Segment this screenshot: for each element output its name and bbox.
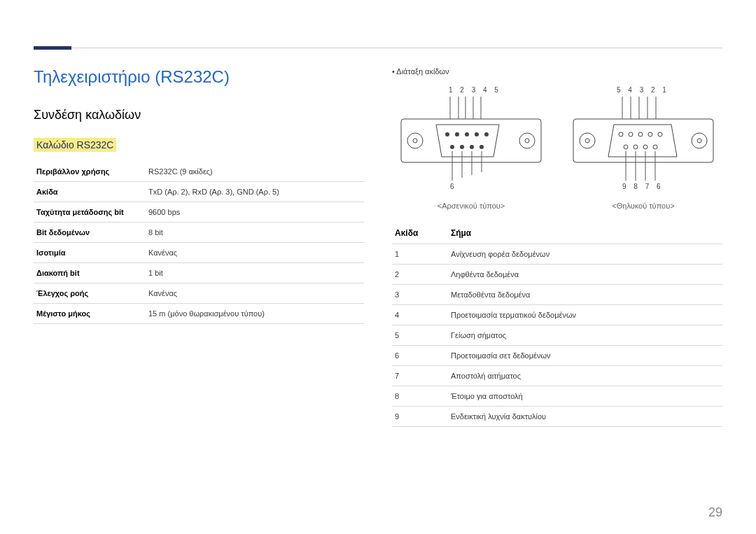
svg-point-9	[525, 139, 529, 143]
pin-number: 6	[392, 346, 448, 366]
db9-male-icon: 1 2 3 4 5	[394, 83, 548, 195]
table-row: ΙσοτιμίαΚανένας	[34, 243, 364, 263]
pin-header-signal: Σήμα	[448, 223, 722, 244]
female-connector-block: 5 4 3 2 1	[564, 83, 722, 210]
svg-point-14	[484, 132, 489, 136]
spec-value: 15 m (μόνο θωρακισμένου τύπου)	[146, 304, 364, 324]
right-column: • Διάταξη ακίδων 1 2 3 4 5	[392, 67, 722, 500]
spec-key: Ακίδα	[34, 182, 146, 202]
db9-female-icon: 5 4 3 2 1	[566, 83, 720, 195]
svg-point-34	[629, 132, 633, 136]
top-accent-mark	[34, 46, 71, 50]
svg-point-32	[697, 139, 701, 143]
pin-signal: Ενδεικτική λυχνία δακτυλίου	[448, 407, 722, 427]
table-row: Περιβάλλον χρήσηςRS232C (9 ακίδες)	[34, 162, 364, 182]
pin-number: 1	[392, 244, 448, 265]
svg-point-13	[475, 132, 479, 136]
table-row: 3Μεταδοθέντα δεδομένα	[392, 285, 722, 305]
svg-point-37	[658, 132, 662, 136]
table-row: 9Ενδεικτική λυχνία δακτυλίου	[392, 407, 722, 427]
pin-number: 4	[392, 305, 448, 325]
page-number: 29	[708, 505, 722, 520]
subsection-heading: Καλώδιο RS232C	[34, 138, 116, 152]
pin-arrangement-bullet: • Διάταξη ακίδων	[392, 67, 722, 76]
spec-key: Διακοπή bit	[34, 263, 146, 283]
left-column: Τηλεχειριστήριο (RS232C) Συνδέση καλωδίω…	[34, 67, 364, 500]
table-row: Διακοπή bit1 bit	[34, 263, 364, 283]
content-area: Τηλεχειριστήριο (RS232C) Συνδέση καλωδίω…	[34, 67, 722, 500]
page-title: Τηλεχειριστήριο (RS232C)	[34, 67, 364, 87]
pin-number: 5	[392, 325, 448, 346]
pin-signal-table: Ακίδα Σήμα 1Ανίχνευση φορέα δεδομένων 2Λ…	[392, 223, 722, 427]
svg-point-18	[479, 145, 484, 149]
spec-key: Περιβάλλον χρήσης	[34, 162, 146, 182]
svg-point-33	[619, 132, 623, 136]
spec-value: 1 bit	[146, 263, 364, 283]
male-connector-block: 1 2 3 4 5	[392, 83, 550, 210]
pin-signal: Γείωση σήματος	[448, 325, 722, 346]
svg-point-12	[465, 132, 469, 136]
svg-point-10	[445, 132, 449, 136]
table-row: ΑκίδαTxD (Αρ. 2), RxD (Αρ. 3), GND (Αρ. …	[34, 182, 364, 202]
top-divider	[34, 48, 722, 48]
pin-number: 9	[392, 407, 448, 427]
section-heading: Συνδέση καλωδίων	[34, 108, 364, 122]
svg-point-16	[460, 145, 464, 149]
spec-key: Ταχύτητα μετάδοσης bit	[34, 202, 146, 223]
table-row: 7Αποστολή αιτήματος	[392, 366, 722, 386]
male-connector-label: <Αρσενικού τύπου>	[392, 202, 550, 210]
svg-point-40	[643, 145, 648, 149]
table-row: Έλεγχος ροήςΚανένας	[34, 283, 364, 304]
female-top-numbers: 5 4 3 2 1	[617, 86, 669, 94]
table-row: 5Γείωση σήματος	[392, 325, 722, 346]
female-connector-label: <Θηλυκού τύπου>	[564, 202, 722, 210]
pin-signal: Ανίχνευση φορέα δεδομένων	[448, 244, 722, 265]
table-row: 4Προετοιμασία τερματικού δεδομένων	[392, 305, 722, 325]
table-row: 8Έτοιμο για αποστολή	[392, 386, 722, 407]
svg-point-35	[638, 132, 643, 136]
female-bottom-numbers: 9 8 7 6	[622, 183, 664, 190]
spec-table: Περιβάλλον χρήσηςRS232C (9 ακίδες) Ακίδα…	[34, 162, 364, 324]
table-row: 2Ληφθέντα δεδομένα	[392, 265, 722, 285]
svg-point-41	[653, 145, 657, 149]
pin-signal: Έτοιμο για αποστολή	[448, 386, 722, 407]
svg-point-7	[413, 139, 417, 143]
pin-number: 8	[392, 386, 448, 407]
pin-signal: Ληφθέντα δεδομένα	[448, 265, 722, 285]
pin-signal: Μεταδοθέντα δεδομένα	[448, 285, 722, 305]
pin-number: 2	[392, 265, 448, 285]
table-row: 6Προετοιμασία σετ δεδομένων	[392, 346, 722, 366]
svg-point-30	[585, 139, 589, 143]
pin-signal: Προετοιμασία σετ δεδομένων	[448, 346, 722, 366]
spec-value: 9600 bps	[146, 202, 364, 223]
connector-diagrams: 1 2 3 4 5	[392, 83, 722, 210]
table-row: Bit δεδομένων8 bit	[34, 223, 364, 243]
table-row: 1Ανίχνευση φορέα δεδομένων	[392, 244, 722, 265]
spec-value: 8 bit	[146, 223, 364, 243]
male-top-numbers: 1 2 3 4 5	[449, 86, 501, 94]
svg-point-11	[455, 132, 459, 136]
spec-key: Μέγιστο μήκος	[34, 304, 146, 324]
svg-point-36	[648, 132, 652, 136]
svg-point-17	[470, 145, 474, 149]
pin-number: 7	[392, 366, 448, 386]
spec-value: RS232C (9 ακίδες)	[146, 162, 364, 182]
table-row: Μέγιστο μήκος15 m (μόνο θωρακισμένου τύπ…	[34, 304, 364, 324]
spec-value: Κανένας	[146, 243, 364, 263]
table-row: Ταχύτητα μετάδοσης bit9600 bps	[34, 202, 364, 223]
spec-key: Bit δεδομένων	[34, 223, 146, 243]
svg-point-38	[624, 145, 628, 149]
pin-number: 3	[392, 285, 448, 305]
spec-value: TxD (Αρ. 2), RxD (Αρ. 3), GND (Αρ. 5)	[146, 182, 364, 202]
pin-header-pin: Ακίδα	[392, 223, 448, 244]
spec-value: Κανένας	[146, 283, 364, 304]
pin-signal: Αποστολή αιτήματος	[448, 366, 722, 386]
spec-key: Ισοτιμία	[34, 243, 146, 263]
svg-point-39	[634, 145, 638, 149]
svg-point-15	[450, 145, 454, 149]
male-bottom-number: 6	[450, 183, 457, 190]
pin-signal: Προετοιμασία τερματικού δεδομένων	[448, 305, 722, 325]
spec-key: Έλεγχος ροής	[34, 283, 146, 304]
